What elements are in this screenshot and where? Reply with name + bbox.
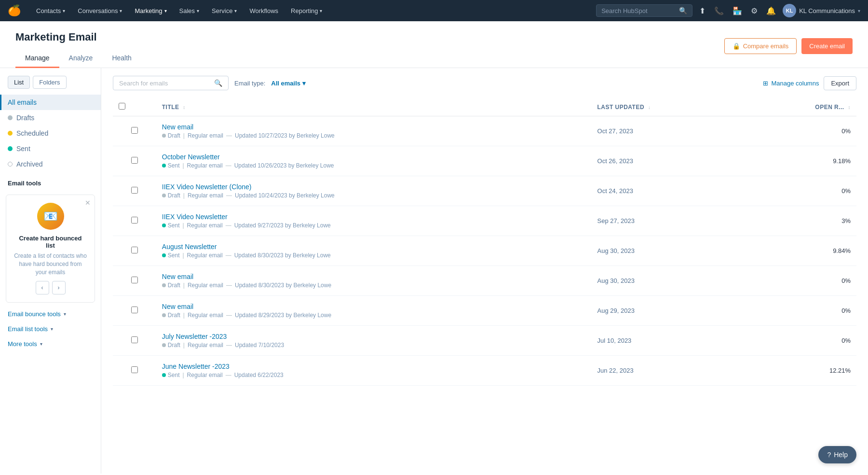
email-list-tools-link[interactable]: Email list tools ▾	[0, 321, 101, 336]
row-checkbox-2[interactable]	[131, 187, 138, 194]
row-last-updated-1: Oct 26, 2023	[592, 146, 746, 176]
user-menu[interactable]: KL KL Communications ▾	[783, 4, 860, 17]
email-title-link-0[interactable]: New email	[162, 123, 193, 131]
conversations-arrow: ▾	[120, 8, 122, 14]
page-header: Marketing Email Manage Analyze Health 🔒 …	[0, 21, 868, 68]
manage-columns-button[interactable]: ⊞ Manage columns	[763, 80, 819, 87]
row-checkbox-cell	[113, 236, 156, 266]
email-bounce-tools-link[interactable]: Email bounce tools ▾	[0, 307, 101, 321]
row-checkbox-0[interactable]	[131, 127, 138, 134]
sidebar-item-label: Scheduled	[16, 129, 48, 137]
help-button[interactable]: ? Help	[818, 446, 856, 463]
notifications-icon[interactable]: 🔔	[764, 4, 778, 17]
row-checkbox-cell	[113, 146, 156, 176]
row-last-updated-2: Oct 24, 2023	[592, 176, 746, 206]
table-row: June Newsletter -2023 Sent | Regular ema…	[113, 356, 856, 386]
nav-service[interactable]: Service ▾	[206, 4, 243, 17]
search-icon: 🔍	[214, 79, 222, 87]
row-title-cell: July Newsletter -2023 Draft | Regular em…	[156, 326, 592, 356]
tool-card-next-button[interactable]: ›	[52, 281, 66, 294]
email-title-link-6[interactable]: New email	[162, 303, 193, 310]
status-dot-1	[162, 164, 166, 168]
email-title-link-5[interactable]: New email	[162, 273, 193, 280]
table-row: July Newsletter -2023 Draft | Regular em…	[113, 326, 856, 356]
status-label-1: Sent	[168, 162, 180, 169]
sidebar-item-scheduled[interactable]: Scheduled	[0, 126, 101, 141]
email-type-7: Regular email	[188, 342, 223, 349]
row-title-cell: October Newsletter Sent | Regular email …	[156, 146, 592, 176]
email-title-link-1[interactable]: October Newsletter	[162, 153, 220, 161]
email-title-link-8[interactable]: June Newsletter -2023	[162, 363, 230, 370]
nav-conversations[interactable]: Conversations ▾	[72, 4, 128, 17]
email-title-link-2[interactable]: IIEX Video Newsletter (Clone)	[162, 183, 252, 191]
nav-marketing[interactable]: Marketing ▾	[129, 4, 172, 17]
email-updated-3: Updated 9/27/2023 by Berkeley Lowe	[234, 222, 331, 229]
email-title-link-3[interactable]: IIEX Video Newsletter	[162, 213, 228, 221]
th-title[interactable]: Title ↕	[156, 98, 592, 116]
sidebar-item-label: All emails	[8, 98, 37, 106]
row-checkbox-5[interactable]	[131, 277, 138, 283]
list-view-button[interactable]: List	[8, 76, 30, 89]
nav-contacts[interactable]: Contacts ▾	[30, 4, 71, 17]
create-email-button[interactable]: Create email	[801, 38, 853, 54]
tab-health[interactable]: Health	[102, 49, 141, 68]
email-type-dropdown[interactable]: All emails ▾	[271, 80, 306, 87]
toolbar: 🔍 Email type: All emails ▾ ⊞ Manage colu…	[113, 76, 856, 90]
row-checkbox-1[interactable]	[131, 157, 138, 164]
tool-card-prev-button[interactable]: ‹	[36, 281, 49, 294]
row-open-rate-7: 0%	[745, 326, 856, 356]
tool-card-close-button[interactable]: ✕	[85, 199, 91, 207]
sidebar-item-all-emails[interactable]: All emails	[0, 95, 101, 110]
meta-dash-6: —	[226, 312, 232, 319]
page-header-actions: 🔒 Compare emails Create email	[724, 38, 853, 54]
folders-view-button[interactable]: Folders	[33, 76, 66, 89]
select-all-checkbox[interactable]	[119, 103, 125, 110]
row-checkbox-6[interactable]	[131, 307, 138, 313]
global-search-input[interactable]	[601, 7, 676, 14]
compare-emails-button[interactable]: 🔒 Compare emails	[724, 38, 797, 54]
content-area: 🔍 Email type: All emails ▾ ⊞ Manage colu…	[101, 68, 868, 474]
export-button[interactable]: Export	[824, 76, 856, 90]
email-title-link-4[interactable]: August Newsletter	[162, 243, 217, 251]
row-checkbox-7[interactable]	[131, 336, 138, 343]
table-header: Title ↕ Last Updated ↓ Open R... ↕	[113, 98, 856, 116]
upgrade-icon[interactable]: ⬆	[697, 4, 707, 17]
email-type-2: Regular email	[188, 192, 223, 199]
row-open-rate-2: 0%	[745, 176, 856, 206]
th-last-updated[interactable]: Last Updated ↓	[592, 98, 746, 116]
phone-icon[interactable]: 📞	[712, 4, 726, 17]
table-row: October Newsletter Sent | Regular email …	[113, 146, 856, 176]
row-checkbox-4[interactable]	[131, 247, 138, 253]
nav-sales[interactable]: Sales ▾	[174, 4, 205, 17]
sidebar-item-sent[interactable]: Sent	[0, 141, 101, 156]
marketplace-icon[interactable]: 🏪	[731, 4, 744, 17]
settings-icon[interactable]: ⚙	[749, 4, 760, 17]
columns-icon: ⊞	[763, 80, 768, 87]
sidebar-item-archived[interactable]: Archived	[0, 156, 101, 172]
nav-workflows[interactable]: Workflows	[244, 4, 284, 17]
search-input[interactable]	[119, 80, 210, 87]
row-title-cell: August Newsletter Sent | Regular email —…	[156, 236, 592, 266]
row-title-cell: IIEX Video Newsletter Sent | Regular ema…	[156, 206, 592, 236]
nav-reporting[interactable]: Reporting ▾	[285, 4, 328, 17]
row-checkbox-3[interactable]	[131, 217, 138, 224]
email-type-0: Regular email	[188, 132, 223, 139]
meta-sep-4: |	[182, 252, 184, 259]
global-search[interactable]: 🔍	[596, 4, 692, 17]
open-rate-sort-icon: ↕	[848, 105, 851, 110]
hubspot-logo[interactable]: 🍊	[8, 4, 21, 17]
row-last-updated-7: Jul 10, 2023	[592, 326, 746, 356]
tool-card: ✕ 📧 Create hard bounced list Create a li…	[6, 195, 95, 303]
email-title-link-7[interactable]: July Newsletter -2023	[162, 333, 227, 340]
table-row: IIEX Video Newsletter Sent | Regular ema…	[113, 206, 856, 236]
email-type-5: Regular email	[188, 282, 223, 289]
row-checkbox-8[interactable]	[131, 366, 138, 373]
tab-manage[interactable]: Manage	[15, 49, 59, 68]
tab-analyze[interactable]: Analyze	[59, 49, 103, 68]
status-label-2: Draft	[168, 192, 180, 199]
more-tools-link[interactable]: More tools ▾	[0, 336, 101, 351]
email-search-box[interactable]: 🔍	[113, 76, 229, 90]
sidebar-item-drafts[interactable]: Drafts	[0, 110, 101, 126]
th-open-rate[interactable]: Open R... ↕	[745, 98, 856, 116]
email-type-6: Regular email	[188, 312, 223, 319]
